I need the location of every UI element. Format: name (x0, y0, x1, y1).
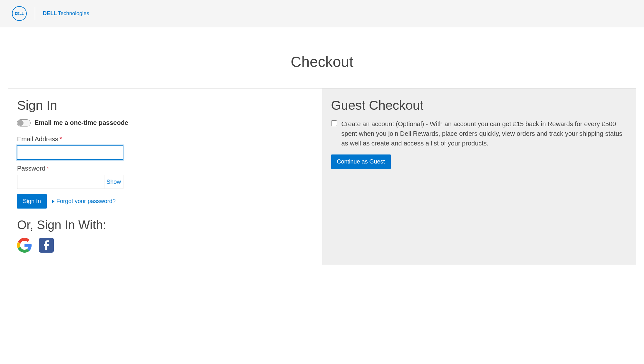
svg-text:DELL: DELL (43, 10, 57, 16)
password-input-wrap: Show (17, 175, 123, 189)
or-signin-title: Or, Sign In With: (17, 218, 313, 232)
dell-logo-icon[interactable]: DELL (12, 6, 27, 21)
svg-text:DELL: DELL (15, 12, 24, 15)
password-label-text: Password (17, 165, 45, 172)
email-label-text: Email Address (17, 135, 58, 143)
page-header: DELL DELL Technologies (0, 0, 644, 27)
google-signin-icon[interactable] (17, 238, 32, 253)
checkout-content: Sign In Email me a one-time passcode Ema… (8, 88, 636, 265)
password-label: Password* (17, 165, 313, 172)
email-input[interactable] (17, 145, 123, 160)
signin-button[interactable]: Sign In (17, 194, 47, 209)
page-title: Checkout (284, 53, 360, 70)
email-label: Email Address* (17, 135, 313, 143)
header-divider (35, 7, 35, 20)
passcode-toggle[interactable] (17, 119, 31, 126)
password-field-group: Password* Show (17, 165, 313, 189)
required-marker: * (60, 135, 62, 143)
page-title-section: Checkout (0, 53, 644, 70)
guest-title: Guest Checkout (331, 98, 627, 113)
passcode-toggle-label: Email me a one-time passcode (34, 119, 128, 126)
password-input[interactable] (17, 175, 104, 189)
forgot-password-link[interactable]: Forgot your password? (56, 198, 116, 205)
create-account-text: Create an account (Optional) - With an a… (341, 119, 627, 148)
guest-account-row: Create an account (Optional) - With an a… (331, 119, 627, 148)
title-line-right (360, 62, 636, 62)
signin-panel: Sign In Email me a one-time passcode Ema… (8, 89, 322, 265)
facebook-signin-icon[interactable] (39, 238, 54, 253)
guest-panel: Guest Checkout Create an account (Option… (322, 89, 636, 265)
triangle-right-icon (52, 200, 54, 203)
create-account-checkbox[interactable] (331, 120, 337, 126)
passcode-toggle-row: Email me a one-time passcode (17, 119, 313, 126)
social-signin-row (17, 238, 313, 253)
svg-text:Technologies: Technologies (58, 10, 89, 16)
dell-technologies-logo[interactable]: DELL Technologies (43, 10, 113, 17)
email-field-group: Email Address* (17, 135, 313, 160)
continue-guest-button[interactable]: Continue as Guest (331, 154, 391, 169)
show-password-button[interactable]: Show (104, 175, 123, 189)
signin-title: Sign In (17, 98, 313, 113)
signin-actions-row: Sign In Forgot your password? (17, 194, 313, 209)
toggle-knob (18, 120, 24, 126)
title-line-left (8, 62, 284, 62)
forgot-password-wrap: Forgot your password? (52, 198, 116, 205)
required-marker: * (47, 165, 49, 172)
header-spacer (0, 27, 644, 53)
